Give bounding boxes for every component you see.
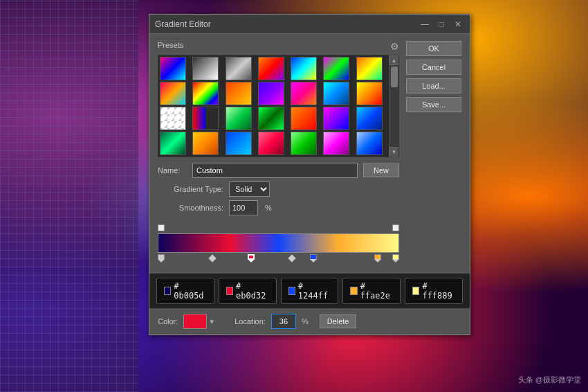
- preset-22[interactable]: [160, 132, 186, 155]
- preset-4[interactable]: [258, 57, 284, 80]
- preset-24[interactable]: [226, 132, 252, 155]
- color-dropdown-arrow[interactable]: ▼: [208, 318, 215, 326]
- new-button[interactable]: New: [363, 163, 399, 177]
- preset-28[interactable]: [356, 132, 383, 155]
- preset-26[interactable]: [291, 132, 317, 155]
- preset-23[interactable]: [192, 132, 219, 155]
- gradient-type-label: Gradient Type:: [158, 185, 223, 193]
- location-input[interactable]: [271, 314, 296, 329]
- location-unit: %: [302, 317, 309, 326]
- hex-display: # 0b005d # eb0d32 # 1244ff # ffae2e # ff…: [149, 274, 470, 308]
- opacity-stop-right[interactable]: [392, 224, 399, 231]
- bottom-color-stops: [158, 253, 399, 265]
- hex-swatch-2: [288, 287, 295, 295]
- title-bar-left: Gradient Editor: [155, 19, 211, 29]
- name-label: Name:: [158, 166, 187, 175]
- title-bar: Gradient Editor — □ ✕: [149, 15, 470, 34]
- hex-label-2: # 1244ff: [298, 281, 331, 301]
- preset-19[interactable]: [291, 107, 317, 130]
- name-row: Name: New: [158, 163, 399, 178]
- preset-3[interactable]: [226, 57, 252, 80]
- title-controls: — □ ✕: [419, 18, 464, 30]
- hex-chip-3: # ffae2e: [342, 278, 401, 304]
- preset-7[interactable]: [356, 57, 383, 80]
- maximize-button[interactable]: □: [435, 18, 448, 30]
- scroll-thumb[interactable]: [391, 66, 398, 87]
- gear-icon[interactable]: ⚙: [390, 41, 399, 52]
- presets-header: Presets ⚙: [158, 41, 399, 52]
- preset-25[interactable]: [258, 132, 284, 155]
- hex-chip-4: # fff889: [405, 278, 463, 304]
- hex-label-4: # fff889: [422, 281, 455, 301]
- preset-6[interactable]: [323, 57, 349, 80]
- hex-chip-2: # 1244ff: [281, 278, 339, 304]
- preset-8[interactable]: [160, 82, 186, 105]
- background-grid: [0, 0, 138, 392]
- scroll-up-arrow[interactable]: ▲: [389, 55, 399, 65]
- presets-label: Presets: [158, 41, 183, 49]
- color-label: Color:: [158, 317, 178, 326]
- presets-grid: [158, 55, 389, 157]
- preset-13[interactable]: [323, 82, 349, 105]
- hex-swatch-0: [164, 287, 171, 295]
- hex-chip-0: # 0b005d: [156, 278, 214, 304]
- preset-21[interactable]: [356, 107, 383, 130]
- opacity-stop-left[interactable]: [158, 224, 165, 231]
- hex-label-0: # 0b005d: [174, 281, 207, 301]
- location-label: Location:: [235, 317, 266, 326]
- name-input[interactable]: [192, 163, 358, 178]
- gradient-editor-dialog: Gradient Editor — □ ✕ Presets ⚙: [149, 14, 470, 335]
- color-stop-75[interactable]: [374, 254, 381, 260]
- smoothness-input[interactable]: [229, 200, 258, 215]
- presets-scrollbar: ▲ ▼: [389, 55, 398, 157]
- cancel-button[interactable]: Cancel: [406, 60, 461, 75]
- gradient-bar[interactable]: [158, 233, 399, 253]
- hex-label-1: # eb0d32: [236, 281, 269, 301]
- color-stop-0[interactable]: [158, 254, 165, 260]
- hex-chip-1: # eb0d32: [219, 278, 277, 304]
- smoothness-label: Smoothness:: [158, 204, 223, 212]
- scroll-down-arrow[interactable]: ▼: [389, 147, 399, 157]
- preset-1[interactable]: [160, 57, 186, 80]
- top-opacity-stops: [158, 222, 399, 233]
- preset-9[interactable]: [192, 82, 219, 105]
- dialog-left: Presets ⚙: [158, 41, 399, 265]
- preset-20[interactable]: [323, 107, 349, 130]
- preset-18[interactable]: [258, 107, 284, 130]
- preset-12[interactable]: [291, 82, 317, 105]
- delete-button[interactable]: Delete: [320, 314, 357, 328]
- color-stop-100[interactable]: [392, 254, 399, 260]
- gradient-type-select[interactable]: Solid Noise: [229, 181, 270, 197]
- color-stop-33[interactable]: [248, 254, 255, 260]
- preset-27[interactable]: [323, 132, 349, 155]
- dialog-title: Gradient Editor: [155, 19, 211, 29]
- minimize-button[interactable]: —: [419, 18, 431, 30]
- watermark: 头条 @摄影微学堂: [518, 375, 581, 385]
- preset-5[interactable]: [291, 57, 317, 80]
- save-button[interactable]: Save...: [406, 97, 461, 112]
- gradient-type-row: Gradient Type: Solid Noise: [158, 181, 399, 197]
- close-button[interactable]: ✕: [452, 18, 464, 30]
- presets-grid-container: ▲ ▼: [158, 55, 399, 157]
- midpoint-stop-2[interactable]: [288, 254, 295, 262]
- preset-16[interactable]: [192, 107, 219, 130]
- bottom-controls: Color: ▼ Location: % Delete: [149, 308, 470, 335]
- preset-11[interactable]: [258, 82, 284, 105]
- midpoint-stop-1[interactable]: [208, 254, 216, 262]
- preset-14[interactable]: [356, 82, 383, 105]
- hex-swatch-1: [226, 287, 233, 295]
- gradient-area: [158, 222, 399, 265]
- preset-17[interactable]: [226, 107, 252, 130]
- ok-button[interactable]: OK: [406, 41, 461, 56]
- preset-10[interactable]: [226, 82, 252, 105]
- color-swatch-container: ▼: [183, 314, 215, 329]
- hex-swatch-3: [350, 287, 357, 295]
- load-button[interactable]: Load...: [406, 78, 461, 93]
- dialog-right: OK Cancel Load... Save...: [406, 41, 461, 265]
- hex-swatch-4: [412, 287, 419, 295]
- dialog-content: Presets ⚙: [149, 34, 470, 272]
- color-stop-50[interactable]: [310, 254, 317, 260]
- preset-15[interactable]: [160, 107, 186, 130]
- color-swatch-button[interactable]: [183, 314, 207, 329]
- preset-2[interactable]: [192, 57, 219, 80]
